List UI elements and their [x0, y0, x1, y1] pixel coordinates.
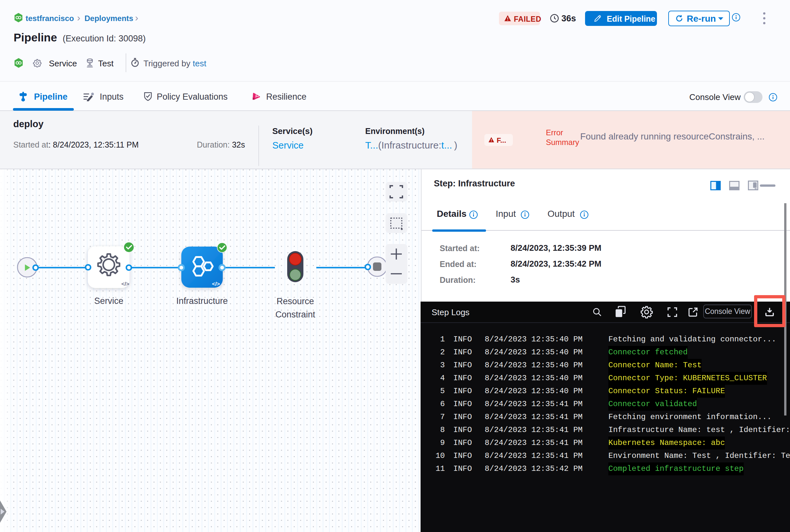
svg-text:</>: </>	[212, 281, 220, 287]
svg-text:</>: </>	[122, 281, 129, 287]
svg-text:Infrastructure: Infrastructure	[176, 296, 227, 306]
svg-text:Service: Service	[94, 296, 123, 306]
svg-text:Constraint: Constraint	[275, 310, 315, 319]
svg-text:Resource: Resource	[276, 297, 314, 306]
